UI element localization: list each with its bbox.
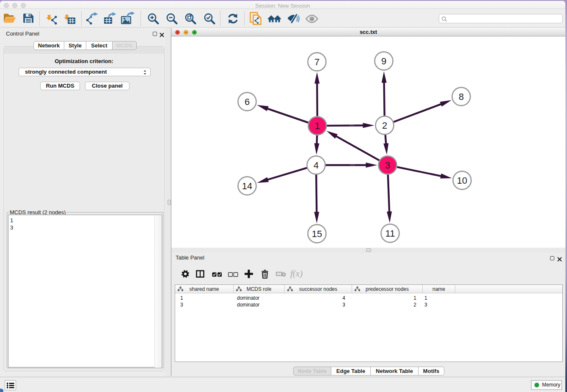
svg-text:11: 11 — [385, 228, 395, 239]
svg-text:7: 7 — [314, 57, 319, 67]
svg-text:9: 9 — [381, 56, 386, 66]
svg-text:6: 6 — [245, 97, 250, 107]
svg-text:8: 8 — [459, 91, 464, 102]
svg-text:10: 10 — [457, 175, 467, 186]
svg-text:1: 1 — [315, 121, 320, 131]
svg-text:15: 15 — [312, 229, 322, 239]
svg-text:14: 14 — [242, 181, 252, 191]
svg-text:3: 3 — [385, 160, 390, 171]
svg-text:4: 4 — [314, 160, 319, 171]
svg-text:2: 2 — [382, 120, 387, 131]
